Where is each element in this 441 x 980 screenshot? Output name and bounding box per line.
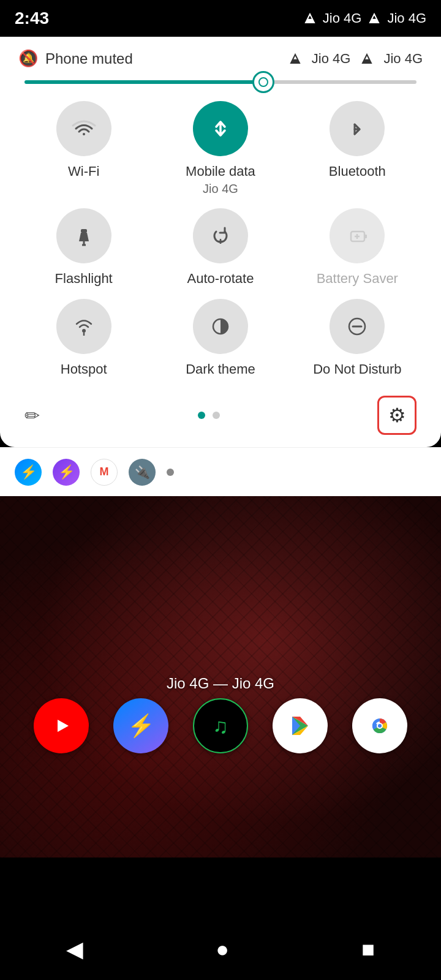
qs-tile-hotspot[interactable]: Hotspot	[18, 299, 149, 377]
spotify-icon[interactable]: ♫	[193, 698, 248, 753]
autorotate-tile-label: Auto-rotate	[187, 271, 254, 287]
home-button[interactable]: ●	[216, 937, 229, 962]
darktheme-tile-label: Dark theme	[186, 361, 255, 377]
settings-icon: ⚙	[388, 404, 406, 427]
bluetooth-tile-icon	[330, 101, 385, 156]
signal-right2-icon	[360, 52, 374, 66]
mute-icon: 🔕	[18, 49, 38, 68]
phone-muted-label: Phone muted	[45, 50, 133, 67]
notif-bar: ⚡ ⚡ M 🔌	[0, 447, 441, 496]
signal1-label: Jio 4G	[323, 10, 362, 26]
dot-1	[198, 412, 205, 419]
mobiledata-tile-label: Mobile data	[186, 164, 255, 179]
settings-button[interactable]: ⚙	[377, 396, 417, 435]
qs-panel: 🔕 Phone muted Jio 4G Jio 4G Wi-FiMobile …	[0, 37, 441, 447]
svg-rect-8	[81, 229, 87, 233]
qs-tile-mobiledata[interactable]: Mobile dataJio 4G	[155, 101, 285, 196]
qs-tile-flashlight[interactable]: Flashlight	[18, 208, 149, 287]
page-dots	[198, 412, 220, 419]
play-triangle-icon	[286, 712, 314, 740]
qs-tile-dnd[interactable]: Do Not Disturb	[292, 299, 423, 377]
batterysaver-tile-label: Battery Saver	[317, 271, 398, 287]
app-dock: ⚡ ♫	[0, 686, 441, 760]
qs-tile-batterysaver[interactable]: Battery Saver	[292, 208, 423, 287]
status-time: 2:43	[15, 9, 49, 28]
autorotate-tile-icon	[193, 208, 248, 263]
darktheme-tile-icon	[193, 299, 248, 354]
mobiledata-tile-sublabel: Jio 4G	[203, 182, 238, 196]
signal2-icon	[368, 12, 381, 25]
signal-right1-icon	[288, 52, 302, 66]
spotify-glyph: ♫	[213, 714, 228, 738]
messenger-dock-icon[interactable]: ⚡	[113, 698, 168, 753]
youtube-play-icon	[48, 712, 75, 739]
messenger-glyph: ⚡	[127, 713, 155, 739]
qs-tile-darktheme[interactable]: Dark theme	[155, 299, 285, 377]
edit-button[interactable]: ✏	[24, 405, 40, 426]
status-icons: Jio 4G Jio 4G	[303, 10, 426, 26]
dot-2	[213, 412, 220, 419]
chrome-logo-icon	[364, 710, 395, 741]
youtube-icon[interactable]	[34, 698, 89, 753]
qs-tile-bluetooth[interactable]: Bluetooth	[292, 101, 423, 196]
qs-top-row: 🔕 Phone muted Jio 4G Jio 4G	[18, 49, 423, 68]
qs-tile-wifi[interactable]: Wi-Fi	[18, 101, 149, 196]
back-button[interactable]: ◀	[66, 937, 83, 962]
svg-rect-14	[364, 235, 367, 238]
chrome-icon[interactable]	[352, 698, 407, 753]
bluetooth-tile-label: Bluetooth	[329, 164, 386, 179]
signal-right2-label: Jio 4G	[383, 51, 423, 67]
brightness-track[interactable]	[24, 80, 417, 84]
flashlight-tile-icon	[56, 208, 111, 263]
signal2-label: Jio 4G	[387, 10, 426, 26]
batterysaver-tile-icon	[330, 208, 385, 263]
svg-point-30	[378, 724, 382, 728]
qs-tile-autorotate[interactable]: Auto-rotate	[155, 208, 285, 287]
dnd-tile-label: Do Not Disturb	[313, 361, 401, 377]
usb-icon: 🔌	[129, 459, 156, 486]
recents-button[interactable]: ■	[361, 937, 375, 962]
gmail-icon: M	[91, 459, 118, 486]
signal-right1-label: Jio 4G	[312, 51, 351, 67]
notif-overflow-dot	[167, 469, 174, 476]
wifi-tile-label: Wi-Fi	[68, 164, 99, 179]
google-play-icon[interactable]	[273, 698, 328, 753]
hotspot-tile-icon	[56, 299, 111, 354]
svg-point-17	[82, 329, 86, 333]
phone-muted-row: 🔕 Phone muted	[18, 49, 133, 68]
brightness-thumb[interactable]	[252, 71, 274, 93]
brightness-thumb-inner	[258, 77, 268, 87]
signal1-icon	[303, 12, 317, 25]
messenger-blue-icon: ⚡	[15, 459, 42, 486]
flashlight-tile-label: Flashlight	[55, 271, 113, 287]
hotspot-tile-label: Hotspot	[61, 361, 107, 377]
mobiledata-tile-icon	[193, 101, 248, 156]
svg-marker-22	[58, 720, 69, 732]
qs-bottom-bar: ✏ ⚙	[18, 390, 423, 435]
qs-tiles-grid: Wi-FiMobile dataJio 4GBluetoothFlashligh…	[18, 101, 423, 377]
wallpaper: Jio 4G — Jio 4G ⚡ ♫	[0, 496, 441, 858]
nav-bar: ◀ ● ■	[0, 919, 441, 980]
signal-group: Jio 4G Jio 4G	[303, 10, 426, 26]
brightness-row[interactable]	[18, 80, 423, 84]
dnd-tile-icon	[330, 299, 385, 354]
status-bar: 2:43 Jio 4G Jio 4G	[0, 0, 441, 37]
messenger-purple-icon: ⚡	[53, 459, 80, 486]
wifi-tile-icon	[56, 101, 111, 156]
signal-right-row: Jio 4G Jio 4G	[288, 51, 423, 67]
